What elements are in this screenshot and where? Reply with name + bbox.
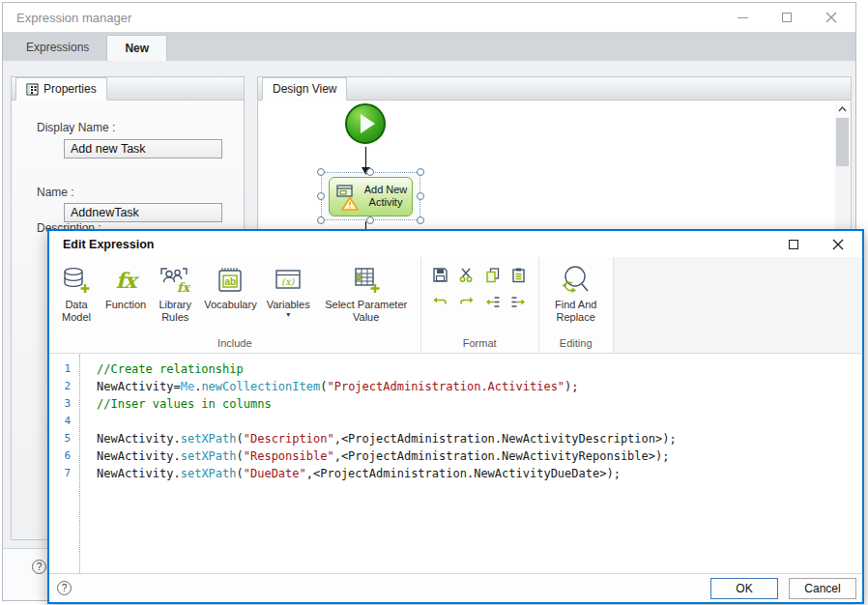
find-and-replace-button[interactable]: Find And Replace <box>542 260 610 326</box>
ribbon: Data Model fx Function fx Library R <box>49 257 862 354</box>
close-button[interactable] <box>817 7 846 28</box>
main-titlebar[interactable]: Expression manager <box>3 3 855 32</box>
start-event-play-icon <box>347 105 384 142</box>
increase-indent-icon <box>510 294 527 310</box>
vocabulary-button[interactable]: ab Vocabulary <box>199 260 261 313</box>
activity-node-label: Add New Activity <box>361 184 411 209</box>
code-lines: 1//Create relationship2NewActivity=Me.ne… <box>49 355 862 482</box>
cut-button[interactable] <box>455 264 478 287</box>
properties-tab[interactable]: Properties <box>15 77 107 101</box>
dialog-close-button[interactable] <box>824 234 853 255</box>
selection-handle[interactable] <box>366 216 374 224</box>
data-model-button[interactable]: Data Model <box>52 260 101 326</box>
cut-icon <box>458 267 475 283</box>
expression-code-editor[interactable]: 1//Create relationship2NewActivity=Me.ne… <box>49 355 862 573</box>
redo-button[interactable] <box>455 291 478 314</box>
copy-icon <box>484 267 501 283</box>
library-rules-icon: fx <box>159 265 190 296</box>
paste-icon <box>510 267 527 283</box>
library-rules-button[interactable]: fx Library Rules <box>151 260 199 326</box>
scroll-up-button[interactable] <box>835 101 850 117</box>
display-name-input[interactable] <box>64 139 222 158</box>
scrollbar-thumb[interactable] <box>836 118 849 166</box>
code-line: 6NewActivity.setXPath("Responsible",<Pro… <box>49 447 862 465</box>
svg-text:fx: fx <box>177 280 190 295</box>
window-title: Expression manager <box>16 11 131 25</box>
selection-handle[interactable] <box>366 168 374 176</box>
maximize-icon <box>789 240 798 249</box>
warning-icon <box>341 196 359 211</box>
code-line: 2NewActivity=Me.newCollectionItem("Proje… <box>49 378 862 395</box>
undo-icon <box>432 294 448 310</box>
ribbon-group-include: Data Model fx Function fx Library R <box>49 257 421 353</box>
line-number: 5 <box>49 430 71 447</box>
code-line: 4 <box>49 413 862 430</box>
copy-button[interactable] <box>481 264 505 287</box>
select-parameter-value-icon <box>351 265 382 296</box>
undo-button[interactable] <box>429 291 452 314</box>
function-button[interactable]: fx Function <box>101 260 151 313</box>
dialog-title: Edit Expression <box>63 238 154 251</box>
vocabulary-ab-glyph: ab <box>225 276 237 287</box>
variables-icon: (x) <box>274 268 303 293</box>
name-input[interactable] <box>64 203 222 222</box>
increase-indent-button[interactable] <box>507 291 531 314</box>
tab-expressions[interactable]: Expressions <box>9 35 106 61</box>
minimize-icon <box>738 17 748 18</box>
selection-handle[interactable] <box>317 168 325 176</box>
main-tab-bar: Expressions New <box>3 32 855 61</box>
design-view-tab[interactable]: Design View <box>262 77 347 101</box>
save-icon <box>432 267 448 283</box>
group-label-format: Format <box>421 335 538 353</box>
line-number: 4 <box>49 413 71 430</box>
dialog-maximize-button[interactable] <box>779 234 808 255</box>
properties-sheet-icon <box>26 83 39 96</box>
svg-text:(x): (x) <box>281 276 296 287</box>
line-number: 6 <box>49 447 71 465</box>
activity-node-add-new-activity[interactable]: Add New Activity <box>329 177 413 216</box>
code-line: 1//Create relationship <box>49 360 862 378</box>
tab-new[interactable]: New <box>106 35 167 61</box>
line-number: 7 <box>49 465 71 482</box>
display-name-label: Display Name : <box>37 121 115 134</box>
variables-button[interactable]: (x) Variables ▾ <box>262 260 315 320</box>
ok-button[interactable]: OK <box>710 578 778 599</box>
code-line: 5NewActivity.setXPath("Description",<Pro… <box>49 430 862 447</box>
line-number: 1 <box>49 360 71 378</box>
save-button[interactable] <box>429 264 452 287</box>
decrease-indent-button[interactable] <box>481 291 505 314</box>
design-view-tab-label: Design View <box>273 82 336 96</box>
data-model-icon <box>61 265 92 296</box>
start-event-node[interactable] <box>345 103 386 144</box>
selection-handle[interactable] <box>417 216 424 224</box>
chevron-up-icon <box>838 106 847 112</box>
properties-tab-label: Properties <box>43 82 97 96</box>
ribbon-group-editing: Find And Replace Editing <box>539 257 614 353</box>
selection-handle[interactable] <box>317 216 325 224</box>
dialog-footer: ? OK Cancel <box>49 573 862 602</box>
group-label-include: Include <box>49 335 420 353</box>
vocabulary-icon: ab <box>216 265 245 296</box>
close-icon <box>825 12 837 23</box>
edit-expression-dialog: Edit Expression Data Model <box>47 229 864 604</box>
maximize-button[interactable] <box>772 7 801 28</box>
redo-icon <box>458 294 475 310</box>
paste-button[interactable] <box>507 264 531 287</box>
help-icon[interactable]: ? <box>57 581 72 595</box>
line-number: 2 <box>49 378 71 395</box>
help-icon[interactable]: ? <box>32 560 46 574</box>
select-parameter-value-button[interactable]: Select Parameter Value <box>315 260 418 326</box>
find-replace-icon <box>560 264 593 297</box>
selection-handle[interactable] <box>317 192 325 200</box>
ribbon-group-format: Format <box>421 257 539 353</box>
cancel-button[interactable]: Cancel <box>789 578 856 599</box>
decrease-indent-icon <box>484 294 501 310</box>
minimize-button[interactable] <box>728 7 757 28</box>
dialog-titlebar[interactable]: Edit Expression <box>49 231 862 257</box>
gutter-separator <box>79 355 80 573</box>
group-label-editing: Editing <box>539 335 613 353</box>
maximize-icon <box>782 13 792 22</box>
ribbon-empty-area <box>614 257 862 353</box>
selection-handle[interactable] <box>417 192 424 200</box>
selection-handle[interactable] <box>417 168 424 176</box>
